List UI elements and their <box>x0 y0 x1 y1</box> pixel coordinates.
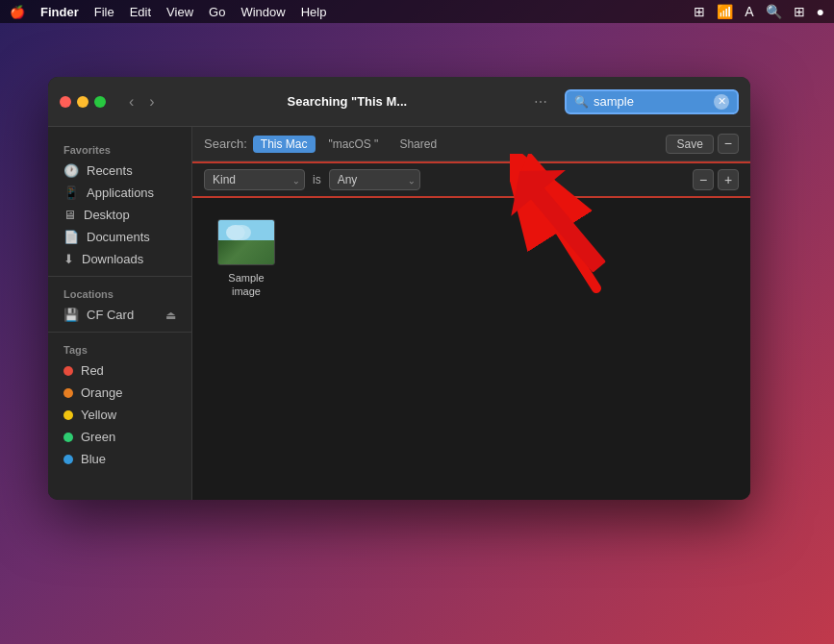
cf-card-icon: 💾 <box>63 308 79 322</box>
is-label: is <box>313 173 321 186</box>
any-select-wrapper: Any Applications Documents Images <box>329 169 420 190</box>
search-menu-icon[interactable]: 🔍 <box>766 4 782 19</box>
screen-icon[interactable]: ⊞ <box>694 4 705 19</box>
desktop-icon: 🖥 <box>63 208 76 222</box>
control-center-icon[interactable]: ⊞ <box>794 4 805 19</box>
sidebar-downloads-label: Downloads <box>82 252 143 266</box>
sidebar-item-cf-card[interactable]: 💾 CF Card ⏏ <box>48 304 191 326</box>
search-bar[interactable]: 🔍 ✕ <box>565 89 739 114</box>
main-area: Favorites 🕐 Recents 📱 Applications 🖥 Des… <box>48 127 750 500</box>
yellow-label: Yellow <box>81 408 116 422</box>
forward-button[interactable]: › <box>143 91 160 112</box>
search-clear-button[interactable]: ✕ <box>714 94 729 110</box>
menu-bar: 🍎 Finder File Edit View Go Window Help ⊞… <box>0 0 834 23</box>
search-input[interactable] <box>594 94 709 109</box>
sidebar-tag-red[interactable]: Red <box>48 359 191 382</box>
orange-dot <box>63 388 73 398</box>
search-scope-label: Search: <box>204 136 247 151</box>
yellow-dot <box>63 410 73 420</box>
file-grid: Sample image <box>192 198 750 500</box>
kind-select[interactable]: Kind Name Date Modified <box>204 169 305 190</box>
search-icon: 🔍 <box>574 95 589 109</box>
sidebar-documents-label: Documents <box>87 230 150 244</box>
scope-minus-button[interactable]: − <box>718 134 739 155</box>
file-menu[interactable]: File <box>94 5 114 19</box>
red-dot <box>63 366 73 376</box>
back-button[interactable]: ‹ <box>123 91 139 112</box>
green-dot <box>63 433 73 442</box>
downloads-icon: ⬇ <box>63 252 74 266</box>
sidebar-item-recents[interactable]: 🕐 Recents <box>48 160 191 182</box>
apple-menu[interactable]: 🍎 <box>10 5 25 19</box>
orange-label: Orange <box>81 385 122 400</box>
content-area: Search: This Mac "macOS " Shared Save − … <box>192 127 750 500</box>
tags-label: Tags <box>48 338 191 359</box>
sidebar-desktop-label: Desktop <box>84 208 130 222</box>
help-menu[interactable]: Help <box>301 5 327 19</box>
sidebar: Favorites 🕐 Recents 📱 Applications 🖥 Des… <box>48 127 192 500</box>
siri-icon[interactable]: ● <box>817 4 824 19</box>
list-item[interactable]: Sample image <box>208 213 285 305</box>
sidebar-cf-card-label: CF Card <box>87 308 134 322</box>
locations-label: Locations <box>48 283 191 304</box>
documents-icon: 📄 <box>63 230 79 244</box>
sidebar-tag-orange[interactable]: Orange <box>48 382 191 404</box>
red-label: Red <box>81 363 104 378</box>
sidebar-item-documents[interactable]: 📄 Documents <box>48 226 191 248</box>
filter-bar: Kind Name Date Modified is Any Applicati… <box>192 161 750 198</box>
sidebar-item-desktop[interactable]: 🖥 Desktop <box>48 204 191 226</box>
traffic-lights <box>60 96 106 108</box>
favorites-label: Favorites <box>48 138 191 160</box>
applications-icon: 📱 <box>63 186 79 200</box>
eject-icon[interactable]: ⏏ <box>165 309 176 322</box>
keyboard-icon[interactable]: A <box>745 4 753 19</box>
file-thumbnail <box>217 219 275 265</box>
blue-label: Blue <box>81 452 106 466</box>
file-name: Sample image <box>214 271 279 299</box>
sidebar-divider-1 <box>48 276 191 277</box>
kind-select-wrapper: Kind Name Date Modified <box>204 169 305 190</box>
recents-icon: 🕐 <box>63 163 79 178</box>
filter-actions: − + <box>693 169 739 190</box>
filter-remove-button[interactable]: − <box>693 169 714 190</box>
sidebar-tag-green[interactable]: Green <box>48 426 191 448</box>
sidebar-tag-blue[interactable]: Blue <box>48 448 191 470</box>
blue-dot <box>63 455 73 464</box>
window-title: Searching "This M... <box>170 94 524 109</box>
go-menu[interactable]: Go <box>209 5 225 19</box>
title-bar: ‹ › Searching "This M... ⋯ 🔍 ✕ <box>48 77 750 127</box>
view-menu[interactable]: View <box>166 5 193 19</box>
close-button[interactable] <box>60 96 71 108</box>
minimize-button[interactable] <box>77 96 88 108</box>
edit-menu[interactable]: Edit <box>130 5 151 19</box>
expand-button[interactable]: ⋯ <box>534 94 547 110</box>
finder-window: ‹ › Searching "This M... ⋯ 🔍 ✕ Favorites… <box>48 77 750 500</box>
window-menu[interactable]: Window <box>240 5 285 19</box>
finder-menu[interactable]: Finder <box>40 5 79 19</box>
filter-add-button[interactable]: + <box>718 169 739 190</box>
scope-shared[interactable]: Shared <box>392 136 444 153</box>
sidebar-divider-2 <box>48 332 191 333</box>
any-select[interactable]: Any Applications Documents Images <box>329 169 420 190</box>
thumbnail-image <box>218 220 274 264</box>
fullscreen-button[interactable] <box>94 96 106 108</box>
sidebar-applications-label: Applications <box>87 186 154 200</box>
sidebar-tag-yellow[interactable]: Yellow <box>48 404 191 426</box>
wifi-icon[interactable]: 📶 <box>717 4 733 19</box>
scope-this-mac[interactable]: This Mac <box>253 136 316 153</box>
sidebar-item-applications[interactable]: 📱 Applications <box>48 182 191 204</box>
green-label: Green <box>81 430 115 444</box>
save-button[interactable]: Save <box>666 135 713 154</box>
sidebar-recents-label: Recents <box>87 163 133 178</box>
search-scope-bar: Search: This Mac "macOS " Shared Save − <box>192 127 750 161</box>
scope-macos[interactable]: "macOS " <box>321 136 387 153</box>
sidebar-item-downloads[interactable]: ⬇ Downloads <box>48 248 191 270</box>
